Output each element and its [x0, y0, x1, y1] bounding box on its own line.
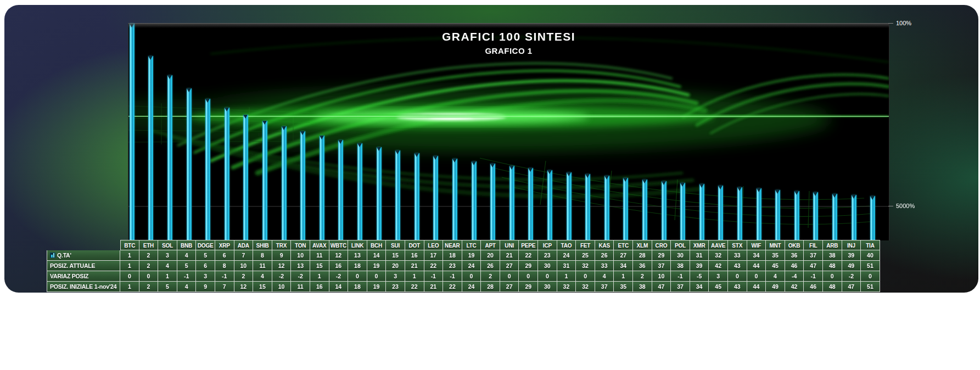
table-cell: 12 [234, 282, 254, 292]
table-cell: 16 [310, 282, 329, 292]
table-cell: 42 [785, 282, 804, 292]
table-cell: 22 [424, 261, 444, 271]
bar-DOT [415, 153, 419, 240]
table-cell: 12 [329, 250, 349, 261]
table-cell: 0 [823, 271, 842, 282]
table-cell: 30 [671, 250, 690, 261]
column-header-ADA: ADA [234, 240, 254, 250]
bar-ETH [148, 56, 153, 240]
bar-BNB [187, 88, 192, 240]
table-cell: 46 [804, 282, 823, 292]
bar-FET [585, 174, 590, 240]
table-cell: 22 [443, 282, 462, 292]
table-cell: 22 [519, 250, 538, 261]
table-cell: 2 [234, 271, 254, 282]
column-header-TAO: TAO [557, 240, 576, 250]
table-cell: 35 [614, 282, 633, 292]
table-cell: -1 [804, 271, 823, 282]
table-cell: 4 [595, 271, 614, 282]
bar-XMR [699, 184, 704, 240]
table-cell: 22 [405, 282, 424, 292]
table-cell: 3 [158, 250, 177, 261]
table-cell: -1 [215, 271, 234, 282]
bar-ICP [547, 170, 552, 240]
table-cell: 25 [576, 250, 595, 261]
table-cell: 38 [671, 261, 690, 271]
column-header-APT: APT [481, 240, 500, 250]
series-legend-key-icon [50, 253, 55, 258]
table-cell: 0 [747, 271, 766, 282]
column-header-FIL: FIL [804, 240, 823, 250]
bar-NEAR [452, 159, 457, 240]
table-cell: 51 [861, 282, 880, 292]
bar-MNT [775, 190, 780, 240]
bar-AAVE [718, 186, 723, 240]
table-cell: 36 [633, 261, 652, 271]
table-cell: 46 [785, 261, 804, 271]
bar-SHIB [262, 121, 267, 240]
column-header-OKB: OKB [785, 240, 804, 250]
bar-SUI [395, 150, 400, 240]
table-cell: 1 [120, 261, 139, 271]
table-cell: 48 [823, 261, 842, 271]
bar-BCH [377, 147, 382, 240]
table-cell: 4 [253, 271, 272, 282]
table-cell: 23 [443, 261, 462, 271]
column-header-CRO: CRO [652, 240, 671, 250]
table-cell: 37 [595, 282, 614, 292]
table-cell: 30 [538, 261, 557, 271]
table-cell: 49 [842, 261, 861, 271]
table-cell: -1 [443, 271, 462, 282]
data-table: BTCETHSOLBNBDOGEXRPADASHIBTRXTONAVAXWBTC… [47, 240, 880, 292]
table-cell: 27 [614, 250, 633, 261]
table-cell: 1 [405, 271, 424, 282]
bar-ADA [243, 115, 248, 240]
table-cell: 15 [386, 250, 405, 261]
column-header-FET: FET [576, 240, 595, 250]
table-cell: 43 [728, 282, 747, 292]
table-cell: 0 [728, 271, 747, 282]
table-cell: 8 [253, 250, 272, 261]
table-cell: 44 [747, 282, 766, 292]
table-cell: -1 [424, 271, 444, 282]
table-cell: 14 [329, 282, 349, 292]
table-cell: 16 [405, 250, 424, 261]
column-header-SHIB: SHIB [253, 240, 272, 250]
table-cell: 0 [538, 271, 557, 282]
row-label-text: VARIAZ POSIZ [50, 271, 88, 282]
row-label: VARIAZ POSIZ [47, 271, 120, 282]
table-cell: 40 [861, 250, 880, 261]
table-cell: 29 [519, 282, 538, 292]
table-cell: 8 [215, 261, 234, 271]
table-cell: 0 [519, 271, 538, 282]
table-cell: 27 [500, 282, 519, 292]
table-cell: 0 [861, 271, 880, 282]
table-cell: 7 [215, 282, 234, 292]
column-header-TRX: TRX [272, 240, 292, 250]
bar-FIL [813, 192, 818, 240]
table-cell: 2 [481, 271, 500, 282]
table-cell: 0 [367, 271, 387, 282]
table-cell: 37 [652, 261, 671, 271]
table-cell: 14 [367, 250, 387, 261]
table-cell: 44 [747, 261, 766, 271]
table-cell: 19 [367, 261, 387, 271]
row-label-text: POSIZ. ATTUALE [50, 261, 95, 271]
axis-tick-5000 [888, 206, 893, 206]
table-cell: -5 [690, 271, 709, 282]
table-cell: 1 [614, 271, 633, 282]
table-cell: 26 [595, 250, 614, 261]
table-cell: 28 [633, 250, 652, 261]
bar-XLM [642, 180, 647, 240]
table-cell: 4 [177, 282, 197, 292]
column-header-NEAR: NEAR [443, 240, 462, 250]
bar-DOGE [205, 99, 210, 240]
row-label-text: Q.TA' [57, 250, 71, 261]
table-cell: 3 [709, 271, 728, 282]
column-header-XRP: XRP [215, 240, 234, 250]
table-cell: 21 [500, 250, 519, 261]
table-cell: 34 [747, 250, 766, 261]
table-cell: 3 [196, 271, 215, 282]
table-cell: 10 [652, 271, 671, 282]
column-header-INJ: INJ [842, 240, 861, 250]
